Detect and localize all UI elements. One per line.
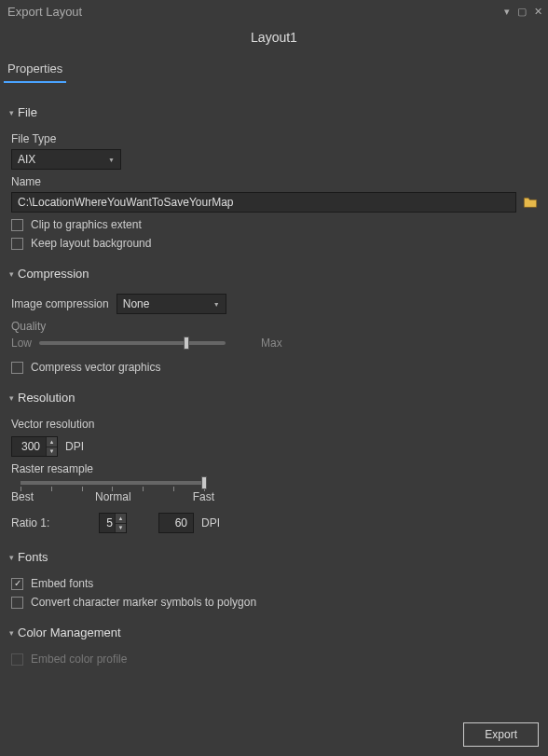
section-compression-title: Compression [18, 267, 89, 281]
keep-bg-label: Keep layout background [31, 237, 151, 250]
convert-symbols-checkbox[interactable] [11, 597, 23, 609]
keep-bg-checkbox[interactable] [11, 238, 23, 250]
section-color-header[interactable]: ▾ Color Management [9, 625, 539, 639]
compress-vector-checkbox[interactable] [11, 362, 23, 374]
quality-max-label: Max [261, 337, 282, 350]
embed-color-profile-label: Embed color profile [31, 653, 127, 666]
section-file-title: File [18, 105, 37, 119]
section-resolution-title: Resolution [18, 391, 75, 405]
resample-normal-label: Normal [95, 490, 131, 503]
slider-thumb[interactable] [201, 476, 207, 489]
image-compression-value: None [123, 297, 150, 310]
chevron-down-icon: ▾ [9, 628, 14, 638]
resample-slider[interactable] [21, 481, 205, 485]
ratio-label: Ratio 1: [11, 516, 91, 529]
tabstrip: Properties [0, 58, 548, 83]
dpi-label-2: DPI [201, 516, 220, 529]
embed-color-profile-checkbox[interactable] [11, 653, 23, 666]
chevron-down-icon: ▾ [9, 393, 14, 403]
layout-name: Layout1 [0, 21, 548, 58]
section-file-header[interactable]: ▾ File [9, 105, 539, 119]
slider-thumb[interactable] [184, 337, 189, 350]
titlebar: Export Layout ▾ ▢ ✕ [0, 0, 548, 21]
quality-low-label: Low [11, 337, 32, 350]
window-controls: ▾ ▢ ✕ [504, 6, 542, 18]
section-fonts-title: Fonts [18, 550, 48, 564]
compress-vector-label: Compress vector graphics [31, 361, 160, 374]
chevron-down-icon: ▾ [9, 269, 14, 279]
image-compression-select[interactable]: None ▼ [116, 294, 226, 314]
quality-slider[interactable] [39, 341, 226, 345]
embed-fonts-label: Embed fonts [31, 577, 93, 590]
name-input[interactable] [11, 192, 516, 213]
ratio-stepper[interactable]: ▲▼ [115, 514, 126, 532]
resample-best-label: Best [11, 490, 34, 503]
dpi-label: DPI [65, 440, 84, 453]
export-button[interactable]: Export [463, 722, 539, 747]
clip-label: Clip to graphics extent [31, 218, 142, 231]
image-compression-label: Image compression [11, 297, 109, 310]
file-type-label: File Type [11, 132, 539, 145]
window-title: Export Layout [7, 5, 82, 19]
section-color-title: Color Management [18, 625, 121, 639]
ratio-result [158, 513, 194, 533]
chevron-down-icon: ▼ [108, 157, 115, 163]
section-fonts-header[interactable]: ▾ Fonts [9, 550, 539, 564]
resample-fast-label: Fast [193, 490, 214, 503]
convert-symbols-label: Convert character marker symbols to poly… [31, 596, 256, 609]
file-type-value: AIX [18, 153, 35, 166]
dropdown-icon[interactable]: ▾ [504, 6, 510, 18]
section-compression-header[interactable]: ▾ Compression [9, 267, 539, 281]
quality-label: Quality [11, 320, 539, 333]
clip-checkbox[interactable] [11, 219, 23, 231]
vector-resolution-label: Vector resolution [11, 418, 539, 431]
tab-properties[interactable]: Properties [4, 58, 66, 83]
vector-resolution-stepper[interactable]: ▲▼ [46, 437, 57, 456]
embed-fonts-checkbox[interactable] [11, 578, 23, 590]
name-label: Name [11, 175, 539, 188]
section-resolution-header[interactable]: ▾ Resolution [9, 391, 539, 405]
chevron-down-icon: ▾ [9, 553, 14, 562]
raster-resample-label: Raster resample [11, 462, 539, 475]
file-type-select[interactable]: AIX ▼ [11, 149, 121, 170]
chevron-down-icon: ▼ [213, 301, 220, 308]
restore-icon[interactable]: ▢ [517, 6, 527, 18]
close-icon[interactable]: ✕ [534, 6, 542, 18]
chevron-down-icon: ▾ [9, 108, 14, 117]
browse-folder-button[interactable] [522, 195, 539, 210]
